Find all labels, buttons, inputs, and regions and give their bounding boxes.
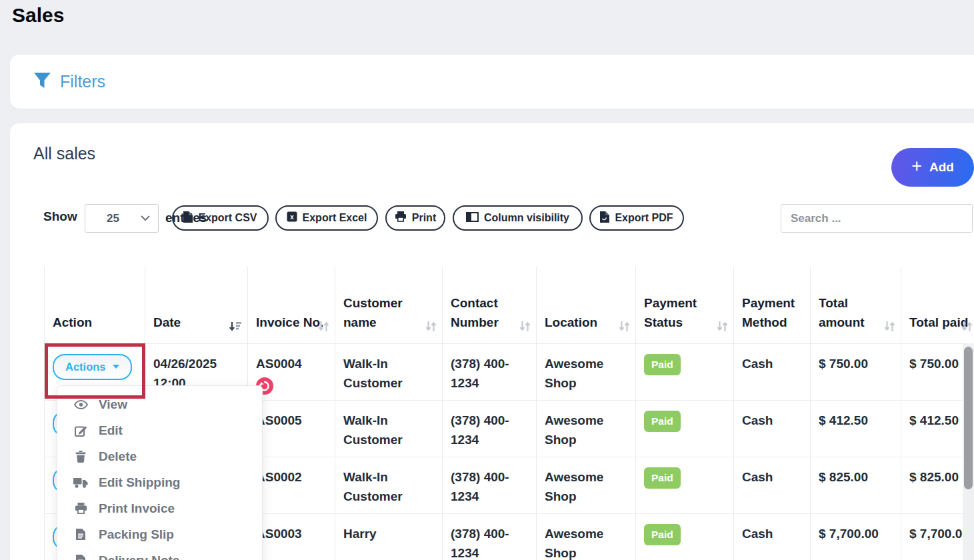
column-header-total-amount[interactable]: Total amount: [811, 267, 901, 343]
sort-icon: [425, 321, 437, 331]
column-header-contact[interactable]: Contact Number: [443, 267, 537, 343]
svg-text:x: x: [290, 213, 294, 221]
menu-item-delivery-note[interactable]: Delivery Note: [57, 547, 262, 560]
printer-icon: [395, 211, 407, 225]
column-header-action: Action: [45, 267, 145, 343]
column-header-location[interactable]: Location: [537, 267, 636, 343]
customer-cell: Harry: [335, 513, 443, 560]
column-visibility-button[interactable]: Column visibility: [453, 205, 583, 231]
sort-icon: [519, 321, 531, 331]
location-cell: Awesome Shop: [537, 457, 636, 513]
menu-item-edit-shipping[interactable]: Edit Shipping: [57, 469, 262, 495]
plus-icon: +: [911, 157, 922, 175]
export-csv-button[interactable]: Export CSV: [172, 205, 269, 231]
menu-item-delete[interactable]: Delete: [57, 443, 262, 469]
customer-cell: Walk-In Customer: [335, 457, 443, 513]
payment-method-cell: Cash: [734, 457, 811, 513]
sort-icon: [884, 321, 895, 331]
add-button[interactable]: + Add: [891, 148, 974, 187]
card-title: All sales: [33, 144, 95, 163]
actions-button[interactable]: Actions: [53, 354, 132, 380]
payment-method-cell: Cash: [734, 513, 811, 560]
filter-funnel-icon: [33, 72, 51, 91]
payment-method-cell: Cash: [734, 400, 811, 457]
location-cell: Awesome Shop: [537, 513, 636, 560]
contact-cell: (378) 400-1234: [443, 457, 537, 513]
contact-cell: (378) 400-1234: [443, 343, 537, 400]
column-header-total-paid[interactable]: Total paid: [901, 267, 974, 343]
column-header-customer[interactable]: Customer name: [335, 267, 443, 343]
payment-status-cell: Paid: [636, 400, 734, 457]
page-title: Sales: [12, 4, 64, 27]
filters-label: Filters: [60, 72, 105, 91]
filters-toggle[interactable]: Filters: [33, 72, 105, 91]
menu-item-view[interactable]: View: [57, 391, 262, 417]
file-icon: [73, 529, 89, 540]
column-header-payment-status[interactable]: Payment Status: [636, 267, 734, 343]
paid-badge: Paid: [644, 467, 681, 489]
payment-status-cell: Paid: [636, 457, 734, 513]
location-cell: Awesome Shop: [537, 343, 636, 400]
sort-icon: [318, 321, 329, 331]
paid-badge: Paid: [644, 524, 681, 545]
customer-cell: Walk-In Customer: [335, 343, 443, 400]
print-button[interactable]: Print: [385, 205, 445, 231]
show-label: Show: [43, 209, 77, 224]
file-icon: [73, 555, 89, 560]
caret-down-icon: [113, 365, 119, 369]
actions-dropdown-menu: View Edit Delete Edit Shipping P: [57, 385, 263, 560]
search-input[interactable]: [781, 204, 973, 233]
total-amount-cell: $ 412.50: [811, 400, 901, 457]
export-excel-button[interactable]: x Export Excel: [275, 205, 378, 231]
payment-status-cell: Paid: [636, 343, 734, 400]
payment-method-cell: Cash: [734, 343, 811, 400]
printer-icon: [73, 503, 89, 514]
all-sales-card: All sales + Add Show 25 entries Export C…: [10, 123, 974, 560]
page-size-value: 25: [85, 212, 141, 225]
truck-icon: [73, 477, 89, 488]
sort-icon: [961, 321, 973, 331]
total-amount-cell: $ 825.00: [811, 457, 901, 513]
scrollbar-thumb[interactable]: [964, 347, 973, 489]
paid-badge: Paid: [644, 354, 681, 375]
file-excel-icon: x: [287, 211, 297, 225]
menu-item-print-invoice[interactable]: Print Invoice: [57, 495, 262, 521]
trash-icon: [73, 451, 89, 463]
file-csv-icon: [183, 211, 193, 225]
filters-card: Filters: [10, 55, 974, 109]
column-header-payment-method: Payment Method: [734, 267, 811, 343]
file-pdf-icon: [600, 211, 609, 225]
column-header-date[interactable]: Date: [145, 267, 248, 343]
edit-icon: [73, 425, 89, 437]
chevron-down-icon: [141, 215, 150, 221]
scrollbar-track[interactable]: [963, 343, 974, 560]
contact-cell: (378) 400-1234: [443, 400, 537, 457]
sales-page: Sales Filters All sales + Add Show 25 en…: [0, 0, 974, 560]
paid-badge: Paid: [644, 411, 681, 432]
columns-icon: [466, 212, 479, 225]
contact-cell: (378) 400-1234: [443, 513, 537, 560]
page-size-select[interactable]: 25: [85, 204, 159, 233]
export-pdf-button[interactable]: Export PDF: [589, 205, 684, 231]
header-row: Action Date Invoice No. Customer name: [45, 267, 974, 343]
total-amount-cell: $ 750.00: [811, 343, 901, 400]
location-cell: Awesome Shop: [537, 400, 636, 457]
eye-icon: [73, 399, 89, 410]
sort-icon: [619, 321, 630, 331]
menu-item-packing-slip[interactable]: Packing Slip: [57, 521, 262, 547]
add-label: Add: [929, 160, 954, 175]
menu-item-edit[interactable]: Edit: [57, 417, 262, 443]
sort-desc-icon: [229, 322, 242, 331]
column-header-invoice[interactable]: Invoice No.: [248, 267, 335, 343]
payment-status-cell: Paid: [636, 513, 734, 560]
sort-icon: [717, 321, 728, 331]
total-amount-cell: $ 7,700.00: [811, 513, 901, 560]
customer-cell: Walk-In Customer: [335, 400, 443, 457]
